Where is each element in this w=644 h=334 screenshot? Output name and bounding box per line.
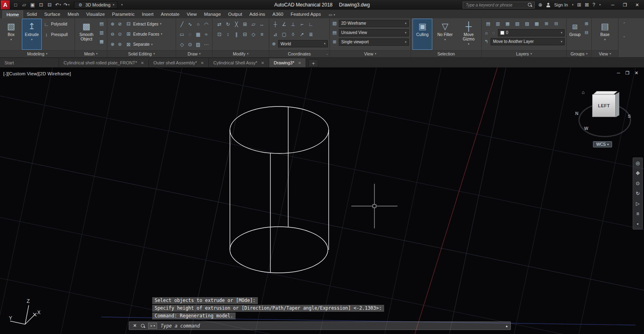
wcs-dropdown[interactable]: WCS ▾ bbox=[593, 141, 612, 147]
named-view-dropdown[interactable]: Unsaved View ▾ bbox=[339, 29, 409, 36]
layer-on-icon[interactable]: ▩ bbox=[534, 21, 540, 27]
a360-icon[interactable]: ⊕ bbox=[538, 2, 542, 8]
pan-icon[interactable]: ✥ bbox=[634, 170, 642, 177]
save-icon[interactable]: ▣ bbox=[28, 1, 37, 9]
panel-label-draw[interactable]: Draw▾ bbox=[176, 50, 212, 57]
slice-icon[interactable]: ⊘ bbox=[117, 21, 123, 27]
smooth-object-button[interactable]: ▩ Smooth Object bbox=[77, 19, 96, 49]
ucs-dropdown[interactable]: World ▾ bbox=[278, 40, 328, 47]
panel-label-view-create[interactable]: View▾ bbox=[592, 50, 618, 57]
app-store-cart-icon[interactable]: ⊞ bbox=[577, 2, 581, 8]
layer-bulb-icon[interactable]: ☼ bbox=[483, 30, 489, 36]
undo-icon[interactable]: ↶▾ bbox=[54, 1, 62, 9]
panel-label-view-controls[interactable]: View▾ bbox=[330, 50, 410, 57]
layer-thaw-icon[interactable]: ⊞ bbox=[544, 21, 550, 27]
polysolid-button[interactable]: ∟ Polysolid bbox=[43, 19, 68, 29]
file-tab-active[interactable]: Drawing3* ✕ bbox=[269, 58, 306, 67]
base-view-button[interactable]: ▤ Base ▾ bbox=[595, 19, 614, 49]
ucs-named-icon[interactable]: ≣ bbox=[308, 31, 315, 38]
close-button[interactable]: ✕ bbox=[631, 0, 643, 9]
shell-icon[interactable]: ⊚ bbox=[117, 41, 123, 47]
panel-label-modeling[interactable]: Modeling▾ bbox=[0, 50, 74, 57]
explode-icon[interactable]: ≡ bbox=[259, 31, 266, 38]
panel-label-coordinates[interactable]: Coordinates⌄ bbox=[269, 50, 329, 57]
navbar-menu-icon[interactable]: ≡ bbox=[634, 211, 642, 217]
tab-add-ins[interactable]: Add-ins bbox=[246, 11, 269, 18]
tab-a360[interactable]: A360 bbox=[269, 11, 287, 18]
command-recent-icon[interactable]: ▴ bbox=[506, 324, 508, 328]
layer-lock-icon[interactable]: ▨ bbox=[524, 21, 530, 27]
culling-button[interactable]: ▣ Culling bbox=[413, 19, 432, 49]
command-close-icon[interactable]: ✕ bbox=[132, 323, 138, 328]
compass-north[interactable]: N bbox=[575, 111, 578, 116]
match-layer-icon[interactable]: ↰ bbox=[483, 38, 489, 45]
restore-button[interactable]: ❐ bbox=[619, 0, 631, 9]
spline-icon[interactable]: ≈ bbox=[203, 31, 210, 38]
layer-dropdown[interactable]: 0 ▾ bbox=[498, 29, 565, 36]
workspace-selector[interactable]: ⚙ 3D Modeling ▾ bbox=[74, 1, 117, 9]
union-icon[interactable]: ⊕ bbox=[110, 21, 116, 27]
search-icon[interactable] bbox=[527, 2, 532, 7]
box-button[interactable]: ▧ Box ▾ bbox=[2, 19, 21, 49]
redo-icon[interactable]: ↷▾ bbox=[62, 1, 71, 9]
hatch-icon[interactable]: ▦ bbox=[195, 31, 202, 38]
move-to-layer-dropdown[interactable]: Move to Another Layer ▾ bbox=[491, 38, 565, 45]
gradient-icon[interactable]: ▨ bbox=[195, 41, 202, 48]
ucs-world-icon[interactable]: ∠ bbox=[281, 21, 288, 28]
subtract-icon[interactable]: ⊖ bbox=[110, 31, 116, 37]
tab-home[interactable]: Home bbox=[2, 11, 23, 18]
file-tab[interactable]: Outer shell Assembly* ✕ bbox=[149, 58, 209, 67]
navbar-more-icon[interactable]: ▾ bbox=[634, 221, 642, 227]
rotate-icon[interactable]: ↻ bbox=[225, 21, 232, 28]
ucs-object-icon[interactable]: ◊ bbox=[290, 31, 297, 38]
extrude-faces-button[interactable]: ⊞ Extrude Faces ▾ bbox=[125, 29, 162, 39]
tab-parametric[interactable]: Parametric bbox=[108, 11, 138, 18]
viewport-label[interactable]: [-][Custom View][2D Wireframe] bbox=[3, 71, 71, 76]
viewport-restore-icon[interactable]: ❐ bbox=[625, 70, 629, 76]
group-button[interactable]: ⧈ Group bbox=[568, 19, 582, 49]
tab-insert[interactable]: Insert bbox=[138, 11, 157, 18]
polygon-icon[interactable]: ◇ bbox=[179, 41, 185, 48]
open-file-icon[interactable]: ▱ bbox=[20, 1, 28, 9]
sign-in-button[interactable]: Sign In bbox=[554, 2, 568, 7]
close-tab-icon[interactable]: ✕ bbox=[141, 61, 144, 65]
panel-label-selection[interactable]: Selection bbox=[411, 50, 481, 57]
tab-visualize[interactable]: Visualize bbox=[83, 11, 108, 18]
panel-scroll-up-icon[interactable]: ⌃ bbox=[621, 21, 627, 27]
panel-label-solid-editing[interactable]: Solid Editing▾ bbox=[107, 50, 176, 57]
copy-icon[interactable]: ⊡ bbox=[216, 31, 223, 38]
panel-label-mesh[interactable]: Mesh▾ bbox=[75, 50, 107, 57]
viewport-close-icon[interactable]: ✕ bbox=[635, 70, 638, 76]
save-as-icon[interactable]: ⊡ bbox=[37, 1, 45, 9]
move-icon[interactable]: ⇄ bbox=[216, 21, 223, 28]
no-filter-button[interactable]: ▽ No Filter ▾ bbox=[434, 19, 455, 49]
close-tab-icon[interactable]: ✕ bbox=[201, 61, 204, 65]
layer-freeze-icon[interactable]: ▧ bbox=[514, 21, 521, 27]
ucs-x-icon[interactable]: ↗ bbox=[299, 31, 306, 38]
viewport-minimize-icon[interactable]: ─ bbox=[617, 70, 620, 76]
ucs-origin-icon[interactable]: ⌐ bbox=[299, 21, 306, 28]
mirror-icon[interactable]: ▱ bbox=[250, 21, 257, 28]
panel-scroll-down-icon[interactable]: ⌄ bbox=[621, 33, 627, 39]
viewcube[interactable]: ⌂ LEFT N W S WCS ▾ bbox=[575, 89, 636, 150]
ribbon-display-toggle[interactable]: ▭▾ bbox=[329, 13, 335, 18]
panel-label-groups[interactable]: Groups▾ bbox=[567, 50, 591, 57]
mesh-tool-icon[interactable]: ▥ bbox=[99, 30, 105, 36]
extrude-button[interactable]: ↥ Extrude ▾ bbox=[22, 19, 41, 49]
file-tab[interactable]: Cylindrical shell rolled plate_FRONT* ✕ bbox=[59, 58, 149, 67]
circle-icon[interactable]: ○ bbox=[195, 21, 202, 28]
file-tab-start[interactable]: Start bbox=[0, 58, 59, 67]
stretch-icon[interactable]: ↔ bbox=[259, 21, 266, 28]
layer-off-icon[interactable]: ▥ bbox=[495, 21, 501, 27]
draw-more-icon[interactable]: ⋯ bbox=[203, 41, 210, 48]
array-icon[interactable]: ⊞ bbox=[242, 21, 249, 28]
help-icon[interactable]: ? bbox=[593, 2, 595, 8]
offset-icon[interactable]: ∥ bbox=[233, 31, 240, 38]
panel-label-modify[interactable]: Modify▾ bbox=[213, 50, 269, 57]
layer-sun-icon[interactable]: ◌ bbox=[491, 30, 497, 36]
close-tab-icon[interactable]: ✕ bbox=[261, 61, 264, 65]
interfere-icon[interactable]: ⊙ bbox=[117, 31, 123, 37]
tab-manage[interactable]: Manage bbox=[200, 11, 225, 18]
new-file-icon[interactable]: □ bbox=[11, 1, 20, 9]
rectangle-icon[interactable]: ▭ bbox=[179, 31, 185, 38]
